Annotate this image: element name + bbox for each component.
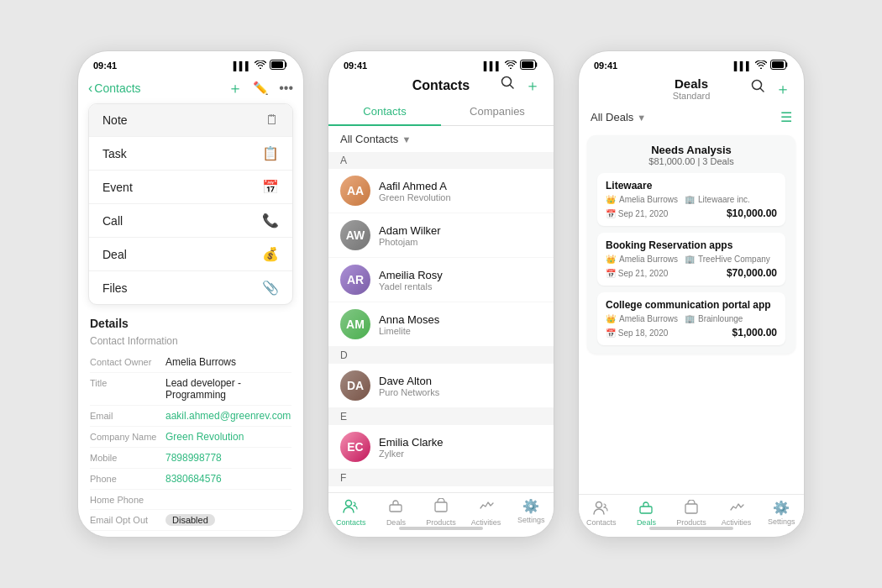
nav-deals-label-3: Deals — [637, 518, 656, 527]
add-icon-p2[interactable]: ＋ — [525, 76, 540, 96]
detail-row-emailopt: Email Opt Out Disabled — [90, 510, 291, 531]
contact-name-adam: Adam Wilker — [379, 224, 542, 237]
svg-rect-6 — [390, 505, 402, 512]
menu-item-deal[interactable]: Deal 💰 — [89, 238, 292, 271]
more-icon[interactable]: ••• — [279, 81, 293, 96]
menu-item-files[interactable]: Files 📎 — [89, 271, 292, 304]
contact-ameilia[interactable]: AR Ameilia Rosy Yadel rentals — [328, 258, 554, 302]
phone-frame-3: 09:41 ▌▌▌ De — [578, 50, 805, 538]
signal-icon-2: ▌▌▌ — [484, 61, 501, 71]
nav-deals-2[interactable]: Deals — [374, 498, 419, 527]
deal-card-college[interactable]: College communication portal app 👑 Ameli… — [597, 292, 785, 345]
avatar-anna: AM — [340, 309, 370, 339]
detail-value-mobile[interactable]: 7898998778 — [165, 452, 222, 464]
add-icon-p3[interactable]: ＋ — [775, 79, 790, 99]
menu-item-task[interactable]: Task 📋 — [89, 137, 292, 171]
svg-rect-3 — [522, 61, 533, 68]
menu-item-note[interactable]: Note 🗒 — [89, 104, 292, 137]
menu-note-icon: 🗒 — [265, 113, 279, 128]
nav-settings-3[interactable]: ⚙️ Settings — [759, 500, 804, 527]
deal-date-amount-booking: 📅 Sep 21, 2020 $70,000.00 — [606, 267, 777, 279]
add-icon[interactable]: ＋ — [228, 78, 243, 98]
detail-row-title: Title Lead developer - Programming — [90, 373, 291, 406]
nav-contacts-icon-3 — [593, 500, 610, 517]
nav-activities-2[interactable]: Activities — [464, 498, 509, 527]
phone3-title: Deals — [673, 76, 711, 91]
detail-row-homephone: Home Phone — [90, 490, 291, 510]
deals-filter-left[interactable]: All Deals ▼ — [591, 111, 646, 123]
nav-products-icon-2 — [433, 498, 449, 517]
deal-date-icon-college: 📅 Sep 18, 2020 — [606, 328, 668, 338]
search-icon-p3[interactable] — [751, 79, 765, 99]
nav-settings-2[interactable]: ⚙️ Settings — [508, 498, 554, 527]
menu-item-call[interactable]: Call 📞 — [89, 204, 292, 238]
nav-contacts-3[interactable]: Contacts — [579, 500, 624, 527]
edit-icon[interactable]: ✏️ — [253, 81, 269, 96]
contacts-filter[interactable]: All Contacts ▼ — [328, 126, 554, 152]
contact-anna[interactable]: AM Anna Moses Limelite — [328, 302, 554, 347]
deal-meta-booking: 👑 Amelia Burrows 🏢 TreeHive Company — [606, 255, 777, 264]
owner-icon-booking: 👑 — [606, 255, 616, 264]
menu-deal-icon: 💰 — [262, 246, 279, 262]
time-1: 09:41 — [93, 60, 117, 71]
svg-rect-13 — [685, 504, 697, 513]
list-view-icon[interactable]: ☰ — [780, 109, 792, 125]
contact-dave[interactable]: DA Dave Alton Puro Networks — [328, 364, 554, 408]
detail-value-company[interactable]: Green Revolution — [165, 431, 244, 443]
contact-company-ameilia: Yadel rentals — [379, 281, 542, 291]
detail-row-phone: Phone 8380684576 — [90, 469, 291, 490]
nav-activities-3[interactable]: Activities — [714, 500, 759, 527]
back-arrow-icon: ‹ — [88, 81, 92, 96]
phone2-content: Contacts ＋ Contacts Companies All Contac… — [328, 75, 554, 533]
deal-date-icon-booking: 📅 Sep 21, 2020 — [606, 269, 668, 278]
tab-companies[interactable]: Companies — [441, 98, 554, 126]
search-icon-p2[interactable] — [501, 76, 515, 96]
deal-card-booking[interactable]: Booking Reservation apps 👑 Amelia Burrow… — [597, 233, 785, 286]
contact-company-adam: Photojam — [379, 237, 542, 247]
deal-title-booking: Booking Reservation apps — [606, 239, 777, 251]
section-header-a: A — [328, 152, 554, 169]
avatar-aafil: AA — [340, 176, 370, 206]
nav-products-icon-3 — [684, 500, 699, 517]
owner-icon-college: 👑 — [606, 314, 616, 323]
contact-name-anna: Anna Moses — [379, 313, 542, 326]
nav-contacts-2[interactable]: Contacts — [328, 498, 374, 527]
svg-rect-1 — [271, 61, 283, 68]
menu-files-label: Files — [102, 281, 128, 295]
deal-amount-litewaare: $10,000.00 — [727, 207, 777, 219]
chevron-down-icon-deals: ▼ — [637, 113, 646, 123]
tab-contacts[interactable]: Contacts — [328, 98, 441, 126]
nav-products-2[interactable]: Products — [418, 498, 464, 527]
detail-label-homephone: Home Phone — [90, 494, 165, 505]
back-button[interactable]: ‹ Contacts — [88, 81, 141, 96]
svg-point-5 — [345, 501, 351, 507]
section-header-f: F — [328, 470, 554, 486]
dropdown-menu: Note 🗒 Task 📋 Event 📅 Call 📞 Deal 💰 File… — [88, 103, 293, 305]
back-label: Contacts — [94, 81, 140, 95]
detail-row-email: Email aakil.ahmed@greenrev.com — [90, 406, 291, 427]
deal-title-litewaare: Litewaare — [606, 180, 777, 192]
menu-note-label: Note — [102, 113, 128, 127]
deal-card-litewaare[interactable]: Litewaare 👑 Amelia Burrows 🏢 Litewaare i… — [597, 173, 785, 226]
phone-frame-2: 09:41 ▌▌▌ Contacts — [328, 50, 554, 538]
contact-adam[interactable]: AW Adam Wilker Photojam — [328, 213, 554, 258]
contact-company-aafil: Green Revolution — [379, 192, 542, 202]
battery-icon-2 — [520, 60, 538, 71]
detail-value-email[interactable]: aakil.ahmed@greenrev.com — [165, 410, 291, 422]
nav-products-3[interactable]: Products — [669, 500, 714, 527]
signal-icon-3: ▌▌▌ — [734, 61, 752, 71]
nav-deals-3[interactable]: Deals — [624, 500, 669, 527]
nav-contacts-icon-2 — [343, 498, 360, 517]
contact-emilia[interactable]: EC Emilia Clarke Zylker — [328, 425, 554, 470]
menu-item-event[interactable]: Event 📅 — [89, 171, 292, 204]
menu-call-label: Call — [102, 214, 123, 228]
contact-aafil[interactable]: AA Aafil Ahmed A Green Revolution — [328, 169, 554, 213]
deal-company-booking: TreeHive Company — [698, 255, 770, 264]
nav-settings-label-3: Settings — [768, 517, 795, 526]
detail-value-phone[interactable]: 8380684576 — [165, 473, 222, 485]
avatar-emilia: EC — [340, 432, 370, 462]
avatar-ameilia: AR — [340, 265, 370, 295]
contact-name-ameilia: Ameilia Rosy — [379, 269, 542, 281]
nav-activities-label-3: Activities — [722, 518, 752, 527]
detail-value-emailopt: Disabled — [165, 514, 215, 526]
